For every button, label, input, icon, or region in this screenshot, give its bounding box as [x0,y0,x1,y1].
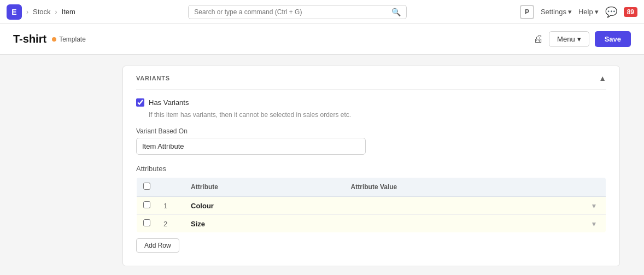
breadcrumb-stock[interactable]: Stock [33,8,51,16]
breadcrumb-sep-2: › [55,8,57,16]
select-all-checkbox[interactable] [143,183,150,190]
main-content: VARIANTS ▲ Has Variants If this item has… [0,55,644,275]
notification-badge[interactable]: 89 [624,7,637,17]
col-header-action [584,178,606,197]
print-icon[interactable]: 🖨 [534,33,543,45]
row-1-attribute-value[interactable] [344,197,584,215]
attributes-table: Attribute Attribute Value 1 Colour [136,177,606,233]
save-button[interactable]: Save [595,31,631,47]
header-actions: 🖨 Menu ▾ Save [534,31,631,47]
table-row: 2 Size ▼ [137,215,606,233]
collapse-icon[interactable]: ▲ [599,74,606,83]
row-2-check [137,215,157,233]
row-1-check [137,197,157,215]
row-1-num: 1 [157,197,184,215]
row-2-attribute: Size [184,215,344,233]
row-1-attribute: Colour [184,197,344,215]
breadcrumb-item[interactable]: Item [62,8,75,16]
breadcrumb-area: E › Stock › Item [7,4,75,20]
row-2-dropdown[interactable]: ▼ [584,215,606,233]
row-1-dropdown-icon[interactable]: ▼ [591,202,598,210]
variants-section-header: VARIANTS ▲ [136,66,606,90]
table-header-row: Attribute Attribute Value [137,178,606,197]
attributes-label: Attributes [136,165,606,173]
breadcrumb-sep-1: › [26,8,28,16]
page-header: T-shirt Template 🖨 Menu ▾ Save [0,24,644,55]
variants-card: VARIANTS ▲ Has Variants If this item has… [122,66,620,266]
variant-based-on-input[interactable] [136,138,366,155]
page-title-area: T-shirt Template [13,33,86,45]
row-2-num: 2 [157,215,184,233]
variant-based-on-label: Variant Based On [136,127,606,135]
row-1-checkbox[interactable] [143,201,150,208]
col-header-attribute-value: Attribute Value [344,178,584,197]
has-variants-row: Has Variants [136,98,606,107]
help-button[interactable]: Help ▾ [578,8,599,16]
app-icon[interactable]: E [7,4,22,20]
search-icon: 🔍 [391,8,401,16]
table-row: 1 Colour ▼ [137,197,606,215]
menu-button[interactable]: Menu ▾ [549,31,589,47]
search-box: 🔍 [188,5,407,19]
top-navbar: E › Stock › Item 🔍 P Settings ▾ Help ▾ 💬… [0,0,644,24]
col-header-attribute: Attribute [184,178,344,197]
has-variants-checkbox[interactable] [136,98,144,107]
row-2-attribute-name: Size [191,220,205,228]
col-header-num [157,178,184,197]
variants-section-title: VARIANTS [136,75,170,81]
has-variants-help-text: If this item has variants, then it canno… [149,111,606,119]
template-badge: Template [52,36,86,43]
search-area: 🔍 [188,5,407,19]
p-badge: P [520,5,534,19]
status-dot [52,37,56,42]
page-title: T-shirt [13,33,46,45]
notification-icon[interactable]: 💬 [605,6,617,18]
row-1-dropdown[interactable]: ▼ [584,197,606,215]
row-2-checkbox[interactable] [143,219,150,226]
col-header-check [137,178,157,197]
row-1-attribute-name: Colour [191,202,214,210]
row-2-dropdown-icon[interactable]: ▼ [591,220,598,228]
topnav-right: P Settings ▾ Help ▾ 💬 89 [520,5,637,19]
add-row-button[interactable]: Add Row [136,238,179,253]
has-variants-label: Has Variants [149,98,189,107]
settings-button[interactable]: Settings ▾ [541,8,572,16]
search-input[interactable] [194,8,389,16]
row-2-attribute-value[interactable] [344,215,584,233]
template-label: Template [59,36,86,43]
